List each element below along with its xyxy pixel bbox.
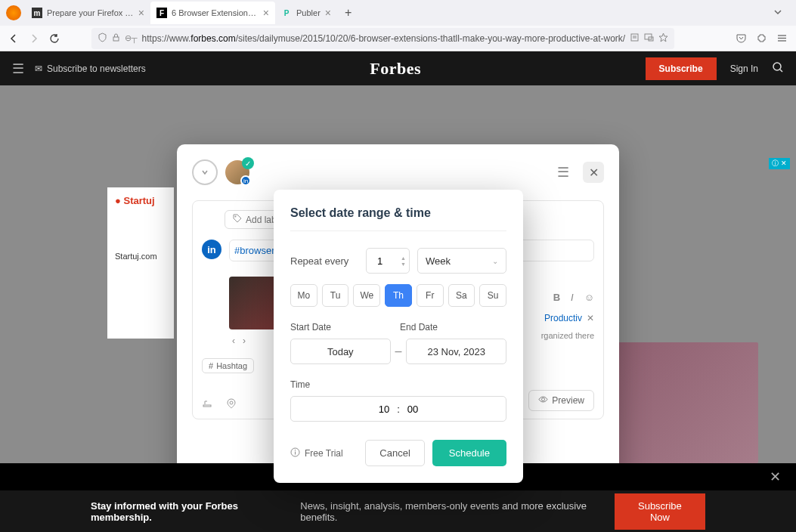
day-tu[interactable]: Tu	[322, 284, 349, 307]
banner-close-icon[interactable]: ✕	[770, 469, 781, 485]
ad-subtitle: Startuj.com	[115, 252, 166, 261]
svg-point-11	[235, 216, 237, 218]
linkedin-badge-icon: in	[240, 175, 251, 186]
end-date-label: End Date	[400, 322, 438, 332]
date-separator: –	[395, 345, 402, 358]
url-text: https://www.forbes.com/sites/dailymuse/2…	[142, 33, 626, 44]
new-tab-button[interactable]: +	[337, 6, 359, 20]
day-we[interactable]: We	[353, 284, 380, 307]
remove-link-icon[interactable]: ✕	[587, 313, 594, 323]
membership-headline: Stay informed with your Forbes membershi…	[91, 500, 294, 523]
modal-title: Select date range & time	[290, 206, 506, 231]
next-icon[interactable]: ›	[243, 336, 246, 346]
pocket-icon[interactable]	[735, 29, 748, 48]
browser-tab-strip: m Prepare your Firefox desktop ex × F 6 …	[0, 0, 796, 26]
forbes-header: ☰ ✉ Subscribe to newsletters Forbes Subs…	[0, 51, 796, 85]
tabs-dropdown-icon[interactable]	[766, 6, 790, 20]
back-button[interactable]	[8, 29, 20, 48]
tab-title: 6 Browser Extensions That'll Ma	[172, 8, 259, 17]
account-avatar[interactable]: ✓ in	[225, 160, 249, 184]
sign-in-link[interactable]: Sign In	[730, 63, 758, 74]
signature-icon[interactable]	[202, 398, 212, 411]
publer-close-button[interactable]: ✕	[583, 162, 604, 183]
svg-rect-0	[113, 37, 119, 41]
forbes-logo[interactable]: Forbes	[370, 59, 421, 79]
eye-icon	[538, 394, 548, 407]
weekday-selector: Mo Tu We Th Fr Sa Su	[290, 284, 506, 307]
ad-close-icon[interactable]: ⓘ ✕	[769, 158, 790, 169]
page-body: ⓘ ✕ ● Startuj Startuj.com Itzler ✓ in ☰ …	[0, 85, 796, 532]
subscribe-now-button[interactable]: Subscribe Now	[615, 493, 705, 530]
pip-icon[interactable]	[644, 32, 654, 45]
time-label: Time	[290, 379, 506, 390]
preview-button[interactable]: Preview	[528, 390, 594, 411]
tab-favicon: m	[32, 8, 42, 18]
day-mo[interactable]: Mo	[290, 284, 317, 307]
lock-icon	[112, 33, 120, 44]
bold-icon[interactable]: B	[553, 292, 560, 303]
chevron-down-icon: ⌄	[492, 257, 498, 265]
link-description: rganized there	[541, 331, 594, 340]
repeat-label: Repeat every	[290, 255, 358, 267]
reload-button[interactable]	[48, 29, 61, 48]
spinner-icon[interactable]: ▲▼	[401, 255, 406, 267]
svg-line-10	[780, 70, 782, 72]
schedule-button[interactable]: Schedule	[432, 440, 506, 466]
time-minute[interactable]: 00	[407, 404, 418, 415]
close-icon[interactable]: ×	[263, 7, 269, 19]
prev-icon[interactable]: ‹	[232, 336, 235, 346]
svg-point-13	[230, 401, 233, 404]
repeat-count-input[interactable]: 1 ▲▼	[366, 248, 410, 274]
emoji-icon[interactable]: ☺	[584, 292, 594, 303]
day-sa[interactable]: Sa	[448, 284, 475, 307]
repeat-unit-select[interactable]: Week ⌄	[417, 248, 506, 274]
mail-icon: ✉	[35, 63, 42, 74]
reader-icon[interactable]	[630, 32, 640, 45]
tab-2-active[interactable]: F 6 Browser Extensions That'll Ma ×	[150, 2, 275, 24]
tab-favicon: P	[281, 8, 292, 18]
search-icon[interactable]	[772, 61, 784, 76]
collapse-button[interactable]	[192, 159, 218, 185]
svg-point-17	[295, 450, 296, 450]
free-trial-badge: Free Trial	[290, 447, 343, 459]
tab-1[interactable]: m Prepare your Firefox desktop ex ×	[26, 2, 150, 24]
end-date-input[interactable]: 23 Nov, 2023	[406, 339, 506, 364]
day-su[interactable]: Su	[479, 284, 506, 307]
date-range-modal: Select date range & time Repeat every 1 …	[274, 190, 523, 483]
browser-toolbar: ⊖┬ https://www.forbes.com/sites/dailymus…	[0, 26, 796, 51]
subscribe-button[interactable]: Subscribe	[646, 57, 717, 80]
close-icon[interactable]: ×	[325, 7, 331, 19]
tab-3[interactable]: P Publer ×	[275, 2, 337, 24]
close-icon[interactable]: ×	[138, 7, 144, 19]
day-fr[interactable]: Fr	[417, 284, 444, 307]
cancel-button[interactable]: Cancel	[365, 440, 424, 466]
compose-bottom-icons	[202, 398, 237, 411]
extensions-icon[interactable]	[755, 29, 768, 48]
svg-point-14	[542, 398, 545, 401]
format-toolbar: B I ☺	[553, 292, 594, 303]
bookmark-icon[interactable]	[658, 32, 668, 45]
link-preview: Productiv ✕	[544, 313, 594, 323]
url-bar[interactable]: ⊖┬ https://www.forbes.com/sites/dailymus…	[91, 28, 674, 49]
forward-button[interactable]	[28, 29, 41, 48]
membership-banner: Stay informed with your Forbes membershi…	[0, 490, 796, 532]
time-input[interactable]: 10 : 00	[290, 396, 506, 422]
publer-header: ✓ in ☰ ✕	[192, 159, 604, 185]
location-icon[interactable]	[226, 398, 237, 411]
tab-favicon: F	[156, 8, 167, 18]
firefox-icon	[6, 5, 21, 20]
menu-icon[interactable]	[776, 29, 788, 48]
tab-title: Publer	[296, 8, 321, 17]
info-icon	[290, 447, 300, 459]
time-hour[interactable]: 10	[379, 404, 389, 415]
sidebar-ad[interactable]: ● Startuj Startuj.com	[107, 187, 174, 339]
publer-menu-icon[interactable]: ☰	[557, 164, 569, 181]
start-date-input[interactable]: Today	[290, 339, 391, 364]
day-th[interactable]: Th	[385, 284, 412, 307]
subscribe-newsletters-link[interactable]: ✉ Subscribe to newsletters	[35, 63, 146, 74]
hamburger-icon[interactable]: ☰	[12, 60, 24, 77]
tag-icon	[233, 214, 242, 225]
hashtags-button[interactable]: #Hashtag	[202, 358, 254, 373]
italic-icon[interactable]: I	[571, 292, 574, 303]
page-content: ☰ ✉ Subscribe to newsletters Forbes Subs…	[0, 51, 796, 532]
